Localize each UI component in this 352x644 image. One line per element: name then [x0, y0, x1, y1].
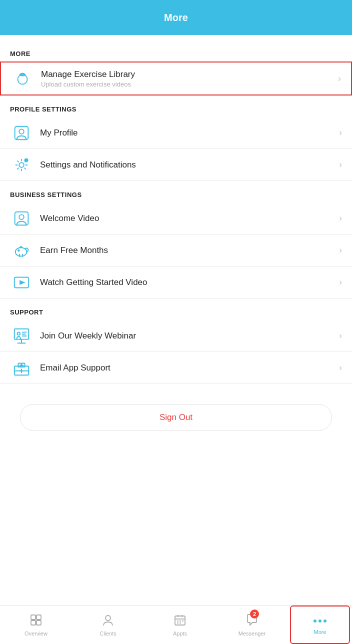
signout-button[interactable]: Sign Out — [20, 404, 332, 431]
item-title-join-webinar: Join Our Weekly Webinar — [40, 331, 335, 341]
item-text-earn-free-months: Earn Free Months — [40, 246, 335, 256]
nav-item-appts[interactable]: Appts — [144, 606, 216, 644]
nav-label-clients: Clients — [100, 630, 116, 636]
item-text-welcome-video: Welcome Video — [40, 214, 335, 224]
section-label-more: MORE — [0, 45, 352, 62]
menu-item-welcome-video[interactable]: Welcome Video › — [0, 202, 352, 234]
dots-icon — [312, 615, 328, 627]
dumbbell-icon — [11, 67, 34, 90]
menu-item-watch-getting-started[interactable]: Watch Getting Started Video › — [0, 266, 352, 298]
chevron-icon-welcome-video: › — [339, 213, 342, 224]
header: More — [0, 0, 352, 35]
svg-rect-27 — [31, 615, 36, 620]
calendar-icon — [174, 614, 186, 628]
nav-item-messenger[interactable]: 2 Messenger — [216, 606, 288, 644]
item-title-watch-getting-started: Watch Getting Started Video — [40, 278, 335, 288]
item-text-join-webinar: Join Our Weekly Webinar — [40, 331, 335, 341]
section-profile-settings: PROFILE SETTINGS My Profile › — [0, 100, 352, 181]
svg-point-6 — [24, 158, 29, 162]
item-text-manage-exercise: Manage Exercise Library Upload custom ex… — [41, 70, 334, 88]
menu-item-manage-exercise-library[interactable]: Manage Exercise Library Upload custom ex… — [1, 62, 351, 94]
messenger-badge: 2 — [250, 610, 259, 618]
chevron-icon-my-profile: › — [339, 128, 342, 138]
nav-label-appts: Appts — [173, 630, 187, 636]
svg-rect-29 — [31, 620, 36, 625]
chevron-icon-manage-exercise: › — [338, 74, 341, 84]
content: MORE Manage Exercise Library Upload cust… — [0, 35, 352, 486]
bottom-spacer — [0, 441, 352, 486]
nav-label-messenger: Messenger — [238, 630, 266, 636]
highlight-wrapper: Manage Exercise Library Upload custom ex… — [0, 62, 352, 96]
item-subtitle-manage-exercise: Upload custom exercise videos — [41, 80, 334, 88]
svg-point-42 — [318, 620, 322, 622]
svg-point-16 — [17, 332, 20, 335]
nav-label-more: More — [314, 629, 326, 635]
nav-item-clients[interactable]: Clients — [72, 606, 144, 644]
menu-item-earn-free-months[interactable]: Earn Free Months › — [0, 234, 352, 266]
presentation-icon — [10, 324, 33, 348]
chevron-icon-earn-free-months: › — [339, 245, 342, 256]
item-text-my-profile: My Profile — [40, 128, 335, 138]
section-business-settings: BUSINESS SETTINGS Welcome Video › — [0, 186, 352, 298]
menu-item-join-webinar[interactable]: Join Our Weekly Webinar › — [0, 320, 352, 352]
svg-point-5 — [19, 162, 24, 168]
svg-rect-32 — [175, 616, 185, 625]
toolbox-icon — [10, 356, 33, 380]
header-title: More — [164, 12, 188, 24]
grid-icon — [30, 614, 42, 628]
item-title-email-support: Email App Support — [40, 363, 335, 373]
item-title-manage-exercise: Manage Exercise Library — [41, 70, 334, 80]
svg-point-8 — [19, 214, 24, 220]
item-text-email-support: Email App Support — [40, 363, 335, 373]
section-more: MORE Manage Exercise Library Upload cust… — [0, 45, 352, 96]
item-title-settings-notifications: Settings and Notifications — [40, 160, 335, 170]
person-video-icon — [10, 207, 33, 230]
section-label-support: SUPPORT — [0, 304, 352, 320]
svg-marker-12 — [20, 280, 25, 285]
svg-point-41 — [314, 620, 316, 622]
menu-item-email-support[interactable]: Email App Support › — [0, 352, 352, 384]
svg-point-10 — [18, 250, 20, 251]
item-text-watch-getting-started: Watch Getting Started Video — [40, 278, 335, 288]
section-label-profile: PROFILE SETTINGS — [0, 100, 352, 117]
chevron-icon-join-webinar: › — [339, 330, 342, 341]
signout-container: Sign Out — [0, 389, 352, 441]
chevron-icon-watch-getting-started: › — [339, 277, 342, 288]
section-label-business: BUSINESS SETTINGS — [0, 186, 352, 202]
svg-point-4 — [19, 129, 24, 134]
menu-item-settings-notifications[interactable]: Settings and Notifications › — [0, 149, 352, 181]
svg-rect-30 — [36, 620, 41, 625]
person-icon — [10, 122, 33, 144]
nav-item-overview[interactable]: Overview — [0, 606, 72, 644]
nav-label-overview: Overview — [24, 630, 48, 636]
item-title-earn-free-months: Earn Free Months — [40, 246, 335, 256]
nav-item-more[interactable]: More — [290, 606, 350, 644]
item-text-settings-notifications: Settings and Notifications — [40, 160, 335, 170]
chevron-icon-settings-notifications: › — [339, 160, 342, 170]
bottom-nav: Overview Clients Appts — [0, 605, 352, 644]
piggy-bank-icon — [10, 239, 33, 262]
svg-point-43 — [324, 620, 326, 622]
play-video-icon — [10, 271, 33, 294]
item-title-my-profile: My Profile — [40, 128, 335, 138]
section-support: SUPPORT Join Our Weekly Webinar — [0, 304, 352, 384]
svg-rect-28 — [36, 615, 41, 620]
gear-icon — [10, 154, 33, 176]
menu-item-my-profile[interactable]: My Profile › — [0, 117, 352, 149]
item-title-welcome-video: Welcome Video — [40, 214, 335, 224]
svg-point-31 — [106, 616, 110, 620]
chevron-icon-email-support: › — [339, 362, 342, 373]
person-nav-icon — [102, 614, 114, 628]
